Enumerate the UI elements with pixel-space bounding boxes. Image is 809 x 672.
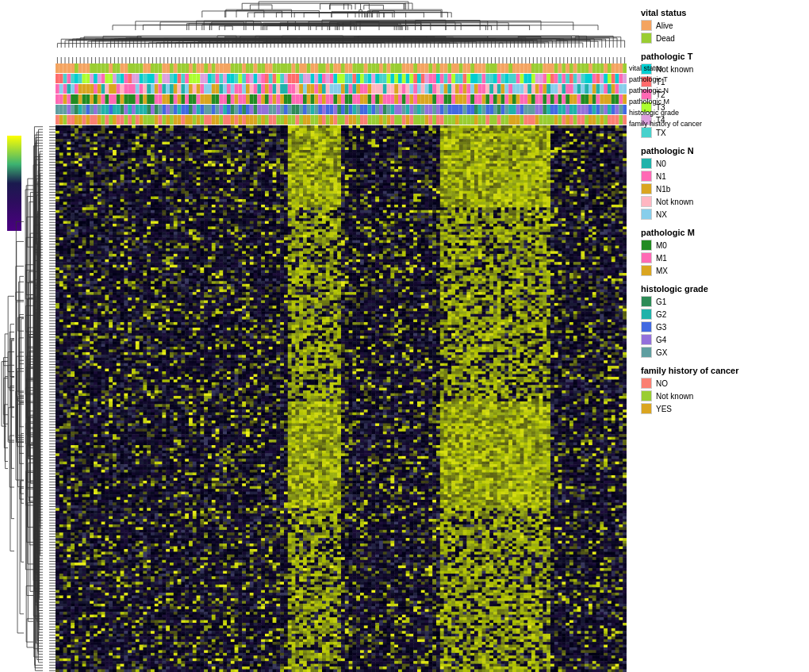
legend-title: pathologic T <box>641 52 803 61</box>
legend-color-box <box>641 321 652 332</box>
legend-item-label: N1 <box>656 172 666 181</box>
legend-item: G4 <box>641 334 803 345</box>
legend-item-label: G2 <box>656 310 666 319</box>
legend-item-label: Alive <box>656 21 673 30</box>
legend-color-box <box>641 334 652 345</box>
legend-title: pathologic N <box>641 146 803 156</box>
main-container: vital statuspathologic Tpathologic Npath… <box>0 0 809 672</box>
legend-section-family-history-of-cancer: family history of cancerNONot knownYES <box>641 366 803 414</box>
legend-color-box <box>641 265 652 276</box>
legend-item: M0 <box>641 240 803 251</box>
legend-color-box <box>641 183 652 194</box>
legend-color-box <box>641 20 652 31</box>
legend-item-label: G4 <box>656 336 666 344</box>
legend-item: N0 <box>641 158 803 169</box>
legend-item: Not known <box>641 390 803 401</box>
legend-item-label: Not known <box>656 198 693 206</box>
dendrogram-top <box>56 0 627 63</box>
legend-item-label: N0 <box>656 159 666 168</box>
legend-item: G1 <box>641 296 803 307</box>
heatmap-area: vital statuspathologic Tpathologic Npath… <box>0 0 635 672</box>
legend-section-vital-status: vital statusAliveDead <box>641 8 803 44</box>
legend-title: family history of cancer <box>641 366 803 375</box>
legend-item-label: N1b <box>656 185 670 194</box>
legend-color-box <box>641 347 652 358</box>
legend-color-box <box>641 171 652 182</box>
legend-item-label: MX <box>656 267 668 275</box>
legend-title: histologic grade <box>641 284 803 294</box>
legend-color-box <box>641 33 652 44</box>
legend-item: Dead <box>641 33 803 44</box>
legend-item-label: G3 <box>656 323 666 332</box>
legend-item: YES <box>641 403 803 414</box>
legend-color-box <box>641 209 652 220</box>
legend-section-histologic-grade: histologic gradeG1G2G3G4GX <box>641 284 803 358</box>
legend-color-box <box>641 240 652 251</box>
legend-item: Not known <box>641 196 803 207</box>
legend-color-box <box>641 390 652 401</box>
legend-item: GX <box>641 347 803 358</box>
legend-item-label: Dead <box>656 34 675 43</box>
legend-item: M1 <box>641 252 803 263</box>
legend-item: Alive <box>641 20 803 31</box>
legend-item-label: NO <box>656 379 668 388</box>
legend-item: N1b <box>641 183 803 194</box>
legend-item-label: M0 <box>656 241 667 250</box>
legend-item-label: Not known <box>656 392 693 401</box>
legend-title: vital status <box>641 8 803 17</box>
legend-item: MX <box>641 265 803 276</box>
annotation-bar-label: histologic grade <box>629 108 702 118</box>
legend-section-pathologic-N: pathologic NN0N1N1bNot knownNX <box>641 146 803 220</box>
legend-section-pathologic-M: pathologic MM0M1MX <box>641 228 803 276</box>
legend-color-box <box>641 309 652 320</box>
annotation-bar-label: pathologic N <box>629 86 702 96</box>
legend-item: G3 <box>641 321 803 332</box>
annotation-labels: vital statuspathologic Tpathologic Npath… <box>629 63 702 130</box>
legend-item-label: M1 <box>656 254 667 263</box>
legend-item: G2 <box>641 309 803 320</box>
legend-color-box <box>641 252 652 263</box>
annotation-bar-label: vital status <box>629 63 702 74</box>
heatmap-canvas <box>56 125 627 672</box>
legend-item-label: GX <box>656 348 667 357</box>
legend-item-label: NX <box>656 210 667 219</box>
dendrogram-left <box>0 125 56 672</box>
annotation-bar-label: family history of cancer <box>629 119 702 129</box>
legend-color-box <box>641 403 652 414</box>
legend-color-box <box>641 296 652 307</box>
annotation-bar-label: pathologic M <box>629 97 702 107</box>
legend-item: N1 <box>641 171 803 182</box>
legend-title: pathologic M <box>641 228 803 237</box>
annotation-bar-label: pathologic T <box>629 75 702 85</box>
legend-item: NX <box>641 209 803 220</box>
legend-item-label: YES <box>656 405 672 413</box>
annotation-bars <box>56 63 627 125</box>
legend-color-box <box>641 378 652 389</box>
legend-item-label: G1 <box>656 298 666 306</box>
legend-item: NO <box>641 378 803 389</box>
legend-color-box <box>641 158 652 169</box>
legend-color-box <box>641 196 652 207</box>
